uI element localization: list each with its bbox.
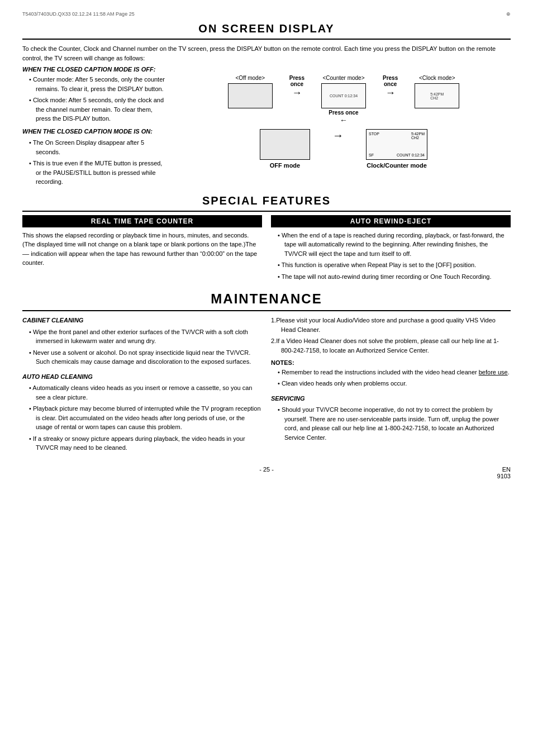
notes-heading: NOTES: <box>271 358 511 368</box>
osd-bullet-2: Clock mode: After 5 seconds, only the cl… <box>29 96 168 123</box>
right-list-item-2: 2.If a Video Head Cleaner does not solve… <box>271 336 511 355</box>
cc-screen-bottom: SF COUNT 0:12:34 <box>369 153 425 157</box>
crosshair-icon: ⊕ <box>506 11 511 17</box>
maintenance-section: MAINTENANCE CABINET CLEANING Wipe the fr… <box>22 291 511 455</box>
arrow-left: ← <box>340 116 348 125</box>
auto-rewind-eject-header: AUTO REWIND-EJECT <box>271 215 511 227</box>
notes-bullet-2: Clean video heads only when problems occ… <box>278 379 511 388</box>
code-label: 9103 <box>497 473 511 479</box>
auto-head-bullets: Automatically cleans video heads as you … <box>22 383 262 453</box>
off-mode-label: <Off mode> <box>235 75 265 81</box>
auto-head-bullet-1: Automatically cleans video heads as you … <box>29 383 262 402</box>
osd-title: ON SCREEN DISPLAY <box>22 22 511 35</box>
page-number: - 25 - <box>259 466 274 473</box>
arrow-right-bottom: → <box>332 129 344 153</box>
caption-on-heading: WHEN THE CLOSED CAPTION MODE IS ON: <box>22 127 168 136</box>
caption-on-bullet-1: The On Screen Display disappear after 5 … <box>29 138 168 156</box>
cc-time: 5:42PMCH2 <box>411 132 425 140</box>
osd-diagram-area: <Off mode> Pressonce → <Counter mode> CO… <box>177 75 511 189</box>
real-time-counter-box: REAL TIME TAPE COUNTER This shows the el… <box>22 215 262 284</box>
off-mode-bottom: OFF mode <box>260 129 310 169</box>
arrow-press-1: Pressonce → <box>289 75 304 101</box>
osd-bullet-1: Counter mode: After 5 seconds, only the … <box>29 75 168 93</box>
cabinet-bullet-2: Never use a solvent or alcohol. Do not s… <box>29 348 262 367</box>
auto-head-cleaning-heading: AUTO HEAD CLEANING <box>22 372 262 382</box>
caption-off-heading: WHEN THE CLOSED CAPTION MODE IS OFF: <box>22 66 511 73</box>
right-list-item-1: 1.Please visit your local Audio/Video st… <box>271 316 511 334</box>
servicing-heading: SERVICING <box>271 394 511 403</box>
counter-mode-screen: COUNT 0:12:34 <box>321 83 366 108</box>
counter-mode-label: <Counter mode> <box>322 75 364 81</box>
caption-on-bullet-2: This is true even if the MUTE button is … <box>29 159 168 187</box>
caption-on-section: WHEN THE CLOSED CAPTION MODE IS ON: The … <box>22 127 168 187</box>
off-mode-bottom-label: OFF mode <box>270 162 300 169</box>
arrow-press-2: Pressonce → <box>383 75 398 101</box>
clock-mode-label: <Clock mode> <box>419 75 455 81</box>
clock-mode-box: <Clock mode> 5:42PMCH2 <box>415 75 459 108</box>
caption-on-bullets: The On Screen Display disappear after 5 … <box>22 138 168 187</box>
off-mode-screen <box>228 83 273 108</box>
maint-right-col: 1.Please visit your local Audio/Video st… <box>271 316 511 455</box>
cc-sf: SF <box>369 153 374 157</box>
counter-display: COUNT 0:12:34 <box>330 94 358 98</box>
arrow-right-1: → <box>292 87 302 99</box>
cc-screen-top: STOP 5:42PMCH2 <box>369 132 425 140</box>
cabinet-cleaning-heading: CABINET CLEANING <box>22 316 262 325</box>
right-numbered-list: 1.Please visit your local Audio/Video st… <box>271 316 511 355</box>
press-once-bottom-label: Press once <box>329 110 358 116</box>
maintenance-title: MAINTENANCE <box>22 291 511 307</box>
servicing-bullet-1: Should your TV/VCR become inoperative, d… <box>278 405 511 442</box>
cc-count: COUNT 0:12:34 <box>397 153 425 157</box>
press-once-1: Pressonce <box>289 75 304 87</box>
clock-display: 5:42PMCH2 <box>430 92 444 100</box>
cabinet-bullet-1: Wipe the front panel and other exterior … <box>29 327 262 346</box>
file-info: T5403/7403UD.QX33 02.12.24 11:58 AM Page… <box>22 11 135 17</box>
servicing-bullets: Should your TV/VCR become inoperative, d… <box>271 405 511 442</box>
cc-stop: STOP <box>369 132 379 140</box>
page-footer: - 25 - EN 9103 <box>22 466 511 473</box>
notes-bullet-1: Remember to read the instructions includ… <box>278 368 511 377</box>
press-once-2: Pressonce <box>383 75 398 87</box>
auto-rewind-eject-box: AUTO REWIND-EJECT When the end of a tape… <box>271 215 511 284</box>
auto-rewind-bullet-1: When the end of a tape is reached during… <box>278 231 511 259</box>
maint-left-col: CABINET CLEANING Wipe the front panel an… <box>22 316 262 455</box>
on-screen-display-section: ON SCREEN DISPLAY To check the Counter, … <box>22 22 511 189</box>
auto-rewind-bullet-2: This function is operative when Repeat P… <box>278 260 511 270</box>
auto-head-bullet-3: If a streaky or snowy picture appears du… <box>29 434 262 453</box>
real-time-counter-content: This shows the elapsed recording or play… <box>22 231 262 268</box>
clock-counter-screen: STOP 5:42PMCH2 SF COUNT 0:12:34 <box>366 129 427 160</box>
osd-diagram: <Off mode> Pressonce → <Counter mode> CO… <box>177 75 511 169</box>
maint-two-col: CABINET CLEANING Wipe the front panel an… <box>22 316 511 455</box>
clock-mode-screen: 5:42PMCH2 <box>415 83 459 108</box>
back-arrow-section: Press once ← <box>329 110 358 125</box>
features-grid: REAL TIME TAPE COUNTER This shows the el… <box>22 211 511 284</box>
arrow-right-2: → <box>386 87 396 99</box>
clock-counter-mode-bottom: STOP 5:42PMCH2 SF COUNT 0:12:34 Clock/Co… <box>366 129 427 169</box>
osd-content-area: Counter mode: After 5 seconds, only the … <box>22 75 511 189</box>
special-features-title: SPECIAL FEATURES <box>22 194 511 207</box>
osd-top-row: <Off mode> Pressonce → <Counter mode> CO… <box>177 75 511 108</box>
osd-bullets: Counter mode: After 5 seconds, only the … <box>22 75 168 123</box>
page-header: T5403/7403UD.QX33 02.12.24 11:58 AM Page… <box>22 11 511 17</box>
off-mode-box: <Off mode> <box>228 75 273 108</box>
special-features-section: SPECIAL FEATURES REAL TIME TAPE COUNTER … <box>22 194 511 284</box>
osd-intro: To check the Counter, Clock and Channel … <box>22 44 511 63</box>
maintenance-content: CABINET CLEANING Wipe the front panel an… <box>22 310 511 455</box>
notes-bullets: Remember to read the instructions includ… <box>271 368 511 388</box>
auto-rewind-bullets: When the end of a tape is reached during… <box>271 231 511 282</box>
press-once-bottom-row: Press once ← <box>177 110 511 125</box>
osd-left-col: Counter mode: After 5 seconds, only the … <box>22 75 168 189</box>
lang-label: EN <box>497 466 511 473</box>
cabinet-cleaning-bullets: Wipe the front panel and other exterior … <box>22 327 262 367</box>
auto-rewind-bullet-3: The tape will not auto-rewind during tim… <box>278 272 511 282</box>
auto-head-bullet-2: Playback picture may become blurred of i… <box>29 404 262 432</box>
counter-mode-box: <Counter mode> COUNT 0:12:34 <box>321 75 366 108</box>
real-time-counter-header: REAL TIME TAPE COUNTER <box>22 215 262 227</box>
clock-counter-mode-label: Clock/Counter mode <box>367 162 427 169</box>
osd-bottom-row: OFF mode → STOP 5:42PMCH2 SF COUNT 0:12:… <box>260 129 427 169</box>
lang-code: EN 9103 <box>497 466 511 479</box>
off-mode-bottom-screen <box>260 129 310 160</box>
